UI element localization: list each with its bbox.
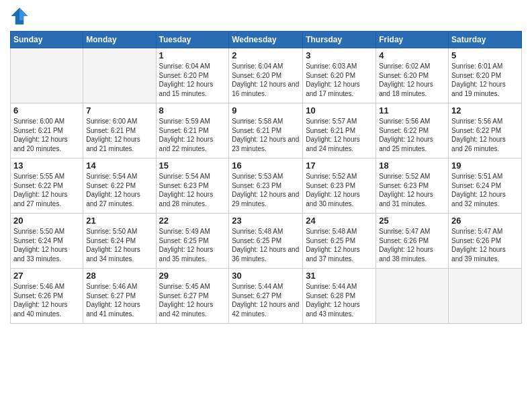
day-number: 21 bbox=[86, 216, 152, 226]
day-info: Sunrise: 5:54 AM Sunset: 6:22 PM Dayligh… bbox=[86, 172, 152, 208]
calendar-cell: 28Sunrise: 5:46 AM Sunset: 6:27 PM Dayli… bbox=[83, 269, 156, 324]
day-info: Sunrise: 5:50 AM Sunset: 6:24 PM Dayligh… bbox=[13, 227, 80, 263]
day-info: Sunrise: 5:55 AM Sunset: 6:22 PM Dayligh… bbox=[13, 172, 80, 208]
day-info: Sunrise: 5:58 AM Sunset: 6:21 PM Dayligh… bbox=[232, 117, 300, 153]
day-number: 2 bbox=[232, 50, 300, 60]
calendar-cell: 16Sunrise: 5:53 AM Sunset: 6:23 PM Dayli… bbox=[229, 158, 303, 214]
day-number: 13 bbox=[13, 161, 80, 171]
day-number: 14 bbox=[86, 161, 152, 171]
calendar-cell: 14Sunrise: 5:54 AM Sunset: 6:22 PM Dayli… bbox=[83, 158, 156, 214]
calendar-cell: 29Sunrise: 5:45 AM Sunset: 6:27 PM Dayli… bbox=[156, 269, 229, 324]
day-number: 6 bbox=[13, 105, 80, 116]
calendar-cell: 10Sunrise: 5:57 AM Sunset: 6:21 PM Dayli… bbox=[303, 103, 376, 158]
day-info: Sunrise: 5:46 AM Sunset: 6:27 PM Dayligh… bbox=[86, 282, 152, 318]
calendar-cell: 19Sunrise: 5:51 AM Sunset: 6:24 PM Dayli… bbox=[449, 158, 522, 214]
day-number: 11 bbox=[379, 105, 445, 116]
day-info: Sunrise: 6:00 AM Sunset: 6:21 PM Dayligh… bbox=[13, 117, 80, 153]
day-info: Sunrise: 6:00 AM Sunset: 6:21 PM Dayligh… bbox=[86, 117, 152, 153]
calendar-week-0: 1Sunrise: 6:04 AM Sunset: 6:20 PM Daylig… bbox=[11, 48, 522, 103]
weekday-header-saturday: Saturday bbox=[449, 32, 522, 48]
calendar-cell: 4Sunrise: 6:02 AM Sunset: 6:20 PM Daylig… bbox=[376, 48, 449, 103]
day-info: Sunrise: 6:01 AM Sunset: 6:20 PM Dayligh… bbox=[451, 62, 519, 98]
calendar-week-4: 27Sunrise: 5:46 AM Sunset: 6:26 PM Dayli… bbox=[11, 269, 522, 324]
calendar-cell: 25Sunrise: 5:47 AM Sunset: 6:26 PM Dayli… bbox=[376, 214, 449, 269]
day-number: 24 bbox=[306, 216, 373, 226]
day-info: Sunrise: 5:47 AM Sunset: 6:26 PM Dayligh… bbox=[451, 227, 519, 263]
calendar-cell: 6Sunrise: 6:00 AM Sunset: 6:21 PM Daylig… bbox=[11, 103, 83, 158]
calendar-cell: 7Sunrise: 6:00 AM Sunset: 6:21 PM Daylig… bbox=[83, 103, 156, 158]
day-info: Sunrise: 5:48 AM Sunset: 6:25 PM Dayligh… bbox=[306, 227, 373, 263]
weekday-header-row: SundayMondayTuesdayWednesdayThursdayFrid… bbox=[11, 32, 522, 48]
day-number: 30 bbox=[232, 271, 300, 281]
day-number: 16 bbox=[232, 161, 300, 171]
calendar-cell: 2Sunrise: 6:04 AM Sunset: 6:20 PM Daylig… bbox=[229, 48, 303, 103]
day-info: Sunrise: 5:52 AM Sunset: 6:23 PM Dayligh… bbox=[379, 172, 445, 208]
calendar-cell: 21Sunrise: 5:50 AM Sunset: 6:24 PM Dayli… bbox=[83, 214, 156, 269]
day-number: 10 bbox=[306, 105, 373, 116]
calendar-week-3: 20Sunrise: 5:50 AM Sunset: 6:24 PM Dayli… bbox=[11, 214, 522, 269]
calendar-cell bbox=[11, 48, 83, 103]
page-container: SundayMondayTuesdayWednesdayThursdayFrid… bbox=[0, 0, 532, 411]
day-info: Sunrise: 5:48 AM Sunset: 6:25 PM Dayligh… bbox=[232, 227, 300, 263]
day-number: 25 bbox=[379, 216, 445, 226]
day-number: 4 bbox=[379, 50, 445, 60]
weekday-header-sunday: Sunday bbox=[11, 32, 83, 48]
calendar-cell: 3Sunrise: 6:03 AM Sunset: 6:20 PM Daylig… bbox=[303, 48, 376, 103]
calendar-cell: 8Sunrise: 5:59 AM Sunset: 6:21 PM Daylig… bbox=[156, 103, 229, 158]
calendar-cell: 12Sunrise: 5:56 AM Sunset: 6:22 PM Dayli… bbox=[449, 103, 522, 158]
logo-icon bbox=[10, 7, 29, 26]
calendar-week-2: 13Sunrise: 5:55 AM Sunset: 6:22 PM Dayli… bbox=[11, 158, 522, 214]
calendar-table: SundayMondayTuesdayWednesdayThursdayFrid… bbox=[10, 31, 522, 324]
day-info: Sunrise: 5:57 AM Sunset: 6:21 PM Dayligh… bbox=[306, 117, 373, 153]
day-number: 12 bbox=[451, 105, 519, 116]
weekday-header-wednesday: Wednesday bbox=[229, 32, 303, 48]
day-info: Sunrise: 6:02 AM Sunset: 6:20 PM Dayligh… bbox=[379, 62, 445, 98]
day-info: Sunrise: 5:56 AM Sunset: 6:22 PM Dayligh… bbox=[451, 117, 519, 153]
day-number: 15 bbox=[159, 161, 226, 171]
weekday-header-thursday: Thursday bbox=[303, 32, 376, 48]
day-number: 29 bbox=[159, 271, 226, 281]
day-number: 20 bbox=[13, 216, 80, 226]
day-info: Sunrise: 5:46 AM Sunset: 6:26 PM Dayligh… bbox=[13, 282, 80, 318]
day-number: 27 bbox=[13, 271, 80, 281]
weekday-header-tuesday: Tuesday bbox=[156, 32, 229, 48]
day-number: 31 bbox=[306, 271, 373, 281]
day-number: 18 bbox=[379, 161, 445, 171]
calendar-cell bbox=[83, 48, 156, 103]
svg-marker-1 bbox=[19, 8, 28, 21]
calendar-cell: 22Sunrise: 5:49 AM Sunset: 6:25 PM Dayli… bbox=[156, 214, 229, 269]
calendar-cell bbox=[449, 269, 522, 324]
calendar-cell: 15Sunrise: 5:54 AM Sunset: 6:23 PM Dayli… bbox=[156, 158, 229, 214]
day-info: Sunrise: 6:04 AM Sunset: 6:20 PM Dayligh… bbox=[159, 62, 226, 98]
calendar-cell: 30Sunrise: 5:44 AM Sunset: 6:27 PM Dayli… bbox=[229, 269, 303, 324]
day-info: Sunrise: 5:47 AM Sunset: 6:26 PM Dayligh… bbox=[379, 227, 445, 263]
day-number: 26 bbox=[451, 216, 519, 226]
day-number: 28 bbox=[86, 271, 152, 281]
calendar-cell: 20Sunrise: 5:50 AM Sunset: 6:24 PM Dayli… bbox=[11, 214, 83, 269]
calendar-cell: 27Sunrise: 5:46 AM Sunset: 6:26 PM Dayli… bbox=[11, 269, 83, 324]
page-header bbox=[10, 7, 522, 26]
day-info: Sunrise: 5:53 AM Sunset: 6:23 PM Dayligh… bbox=[232, 172, 300, 208]
calendar-cell: 24Sunrise: 5:48 AM Sunset: 6:25 PM Dayli… bbox=[303, 214, 376, 269]
calendar-cell: 17Sunrise: 5:52 AM Sunset: 6:23 PM Dayli… bbox=[303, 158, 376, 214]
day-info: Sunrise: 5:52 AM Sunset: 6:23 PM Dayligh… bbox=[306, 172, 373, 208]
calendar-cell: 1Sunrise: 6:04 AM Sunset: 6:20 PM Daylig… bbox=[156, 48, 229, 103]
day-number: 23 bbox=[232, 216, 300, 226]
day-info: Sunrise: 5:56 AM Sunset: 6:22 PM Dayligh… bbox=[379, 117, 445, 153]
calendar-cell: 31Sunrise: 5:44 AM Sunset: 6:28 PM Dayli… bbox=[303, 269, 376, 324]
weekday-header-friday: Friday bbox=[376, 32, 449, 48]
day-info: Sunrise: 6:03 AM Sunset: 6:20 PM Dayligh… bbox=[306, 62, 373, 98]
day-number: 1 bbox=[159, 50, 226, 60]
calendar-cell: 23Sunrise: 5:48 AM Sunset: 6:25 PM Dayli… bbox=[229, 214, 303, 269]
day-number: 3 bbox=[306, 50, 373, 60]
day-number: 5 bbox=[451, 50, 519, 60]
calendar-cell bbox=[376, 269, 449, 324]
day-info: Sunrise: 5:44 AM Sunset: 6:28 PM Dayligh… bbox=[306, 282, 373, 318]
day-number: 19 bbox=[451, 161, 519, 171]
calendar-cell: 5Sunrise: 6:01 AM Sunset: 6:20 PM Daylig… bbox=[449, 48, 522, 103]
day-info: Sunrise: 5:49 AM Sunset: 6:25 PM Dayligh… bbox=[159, 227, 226, 263]
day-number: 22 bbox=[159, 216, 226, 226]
weekday-header-monday: Monday bbox=[83, 32, 156, 48]
day-info: Sunrise: 5:45 AM Sunset: 6:27 PM Dayligh… bbox=[159, 282, 226, 318]
day-number: 8 bbox=[159, 105, 226, 116]
